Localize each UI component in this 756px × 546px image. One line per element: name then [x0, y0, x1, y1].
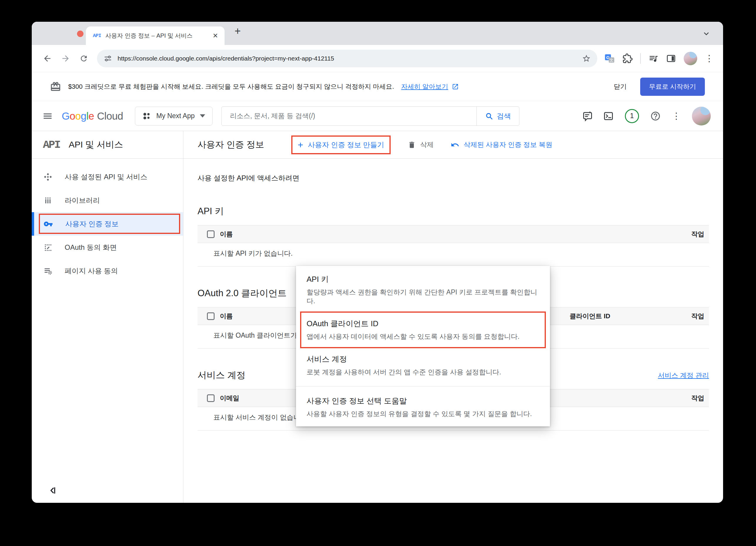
tab-bar: API 사용자 인증 정보 – API 및 서비스 ✕ +: [32, 22, 723, 45]
side-panel-icon[interactable]: [666, 53, 676, 63]
gemini-chat-icon[interactable]: [581, 111, 592, 121]
toolbar-separator: [640, 53, 641, 64]
svg-text:文: 文: [610, 58, 614, 62]
column-client-id: 클라이언트 ID: [570, 312, 682, 321]
menu-item-title: 사용자 인증 정보 선택 도움말: [307, 396, 539, 406]
dashboard-diamonds-icon: [44, 172, 52, 181]
delete-label: 삭제: [420, 140, 434, 149]
address-bar[interactable]: https://console.cloud.google.com/apis/cr…: [97, 50, 597, 67]
browser-window: API 사용자 인증 정보 – API 및 서비스 ✕ +: [32, 22, 723, 503]
column-actions: 작업: [682, 312, 709, 321]
gift-icon: [50, 81, 61, 92]
manage-service-accounts-link[interactable]: 서비스 계정 관리: [658, 371, 709, 380]
sidebar-item-oauth-consent[interactable]: OAuth 동의 화면: [32, 236, 183, 259]
table-header-row: 이름 작업: [198, 225, 709, 243]
menu-item-api-key[interactable]: API 키 할당량과 액세스 권한을 확인하기 위해 간단한 API 키로 프로…: [296, 268, 550, 312]
sidebar-item-page-usage[interactable]: 페이지 사용 동의: [32, 259, 183, 283]
key-icon: [44, 219, 53, 229]
logo-cloud-text: Cloud: [97, 110, 123, 122]
logo-letter: g: [81, 110, 86, 122]
api-keys-title: API 키: [198, 205, 709, 217]
banner-dismiss-button[interactable]: 닫기: [614, 82, 627, 91]
media-controls-icon[interactable]: [648, 53, 658, 63]
project-hexagons-icon: [142, 112, 151, 120]
tab-close-icon[interactable]: ✕: [212, 32, 219, 40]
usage-agreements-icon: [44, 267, 52, 275]
url-text: https://console.cloud.google.com/apis/cr…: [118, 55, 577, 62]
google-cloud-logo[interactable]: G o o g l e Cloud: [62, 110, 123, 122]
start-free-button[interactable]: 무료로 시작하기: [640, 78, 705, 96]
chevron-down-icon: [200, 114, 205, 118]
learn-more-link[interactable]: 자세히 알아보기: [401, 82, 448, 91]
search-input[interactable]: [222, 112, 476, 120]
browser-tab[interactable]: API 사용자 인증 정보 – API 및 서비스 ✕: [86, 26, 225, 45]
sidebar-item-enabled-apis[interactable]: 사용 설정된 API 및 서비스: [32, 165, 183, 189]
new-tab-button[interactable]: +: [235, 26, 241, 36]
search-button-label: 검색: [497, 111, 511, 121]
create-credentials-label: 사용자 인증 정보 만들기: [308, 140, 384, 150]
back-button[interactable]: [39, 51, 55, 66]
plus-icon: +: [298, 140, 303, 150]
create-credentials-button[interactable]: + 사용자 인증 정보 만들기: [292, 137, 390, 153]
translate-icon[interactable]: G文: [604, 53, 615, 64]
select-all-checkbox[interactable]: [207, 394, 215, 402]
notifications-badge[interactable]: 1: [625, 109, 639, 123]
bookmark-star-icon[interactable]: [582, 54, 591, 63]
menu-item-oauth-client-id[interactable]: OAuth 클라이언트 ID 앱에서 사용자 데이터에 액세스할 수 있도록 사…: [296, 312, 550, 348]
trash-icon: [408, 141, 416, 149]
window-close-button[interactable]: [77, 31, 83, 37]
sidebar-item-label: 페이지 사용 동의: [65, 266, 118, 276]
select-all-checkbox[interactable]: [207, 312, 215, 320]
restore-credentials-link[interactable]: 삭제된 사용자 인증 정보 복원: [451, 140, 552, 149]
extensions-icon[interactable]: [623, 53, 633, 63]
column-name: 이름: [220, 230, 682, 239]
console-overflow-icon[interactable]: ⋮: [672, 112, 681, 120]
trial-message: $300 크레딧으로 무료 체험판을 시작해 보세요. 크레딧을 모두 사용해도…: [68, 82, 394, 91]
menu-item-service-account[interactable]: 서비스 계정 로봇 계정을 사용하여 서버 간의 앱 수준 인증을 사용 설정합…: [296, 348, 550, 383]
annotation-box-oauth-client: [300, 311, 546, 348]
cloud-shell-icon[interactable]: [603, 111, 614, 121]
tab-title: 사용자 인증 정보 – API 및 서비스: [106, 32, 207, 40]
reload-button[interactable]: [76, 51, 92, 66]
menu-item-desc: 앱에서 사용자 데이터에 액세스할 수 있도록 사용자 동의를 요청합니다.: [307, 332, 539, 341]
project-selector[interactable]: My Next App: [135, 107, 213, 125]
annotation-box-create-button: + 사용자 인증 정보 만들기: [291, 135, 391, 154]
api-favicon-icon: API: [93, 33, 101, 38]
undo-icon: [451, 140, 459, 149]
console-search-bar: 검색: [221, 106, 519, 126]
menu-divider: [296, 386, 550, 386]
delete-button[interactable]: 삭제: [408, 140, 434, 149]
browser-menu-icon[interactable]: ⋮: [705, 54, 714, 63]
menu-item-desc: 할당량과 액세스 권한을 확인하기 위해 간단한 API 키로 프로젝트를 확인…: [307, 288, 539, 306]
collapse-sidebar-icon[interactable]: [48, 486, 58, 495]
hamburger-menu-icon[interactable]: [42, 111, 53, 121]
api-keys-table: 이름 작업 표시할 API 키가 없습니다.: [198, 225, 709, 267]
create-credentials-menu: API 키 할당량과 액세스 권한을 확인하기 위해 간단한 API 키로 프로…: [296, 266, 550, 426]
logo-letter: e: [88, 110, 94, 122]
browser-toolbar: https://console.cloud.google.com/apis/cr…: [32, 45, 723, 72]
menu-item-credentials-helper[interactable]: 사용자 인증 정보 선택 도움말 사용할 사용자 인증 정보의 유형을 결정할 …: [296, 389, 550, 425]
desktop-background: API 사용자 인증 정보 – API 및 서비스 ✕ +: [0, 0, 756, 546]
sidebar-item-credentials[interactable]: 사용자 인증 정보: [32, 212, 183, 236]
page-title: 사용자 인증 정보: [198, 139, 264, 151]
account-avatar[interactable]: [692, 107, 711, 125]
search-button[interactable]: 검색: [476, 107, 519, 125]
browser-profile-avatar[interactable]: [684, 52, 697, 65]
tab-list-chevron-icon[interactable]: [703, 30, 710, 38]
library-icon: [44, 196, 52, 205]
menu-item-desc: 사용할 사용자 인증 정보의 유형을 결정할 수 있도록 몇 가지 질문을 합니…: [307, 410, 539, 418]
sidebar-item-label: OAuth 동의 화면: [65, 243, 117, 252]
checkbox-cell: [198, 394, 220, 402]
sidebar-item-label: 사용 설정된 API 및 서비스: [65, 172, 147, 182]
site-settings-icon[interactable]: [103, 54, 112, 63]
sidebar-item-library[interactable]: 라이브러리: [32, 189, 183, 212]
cloud-console-header: G o o g l e Cloud My Next App 검색: [32, 101, 723, 131]
help-icon[interactable]: [650, 111, 661, 121]
logo-letter: o: [75, 110, 81, 122]
menu-item-title: 서비스 계정: [307, 354, 539, 364]
notification-count: 1: [630, 112, 634, 120]
select-all-checkbox[interactable]: [207, 230, 215, 238]
forward-button[interactable]: [58, 51, 73, 66]
sidebar-item-label: 라이브러리: [65, 196, 100, 205]
content-area: API API 및 서비스 사용 설정된 API 및 서비스 라이브러리: [32, 131, 723, 503]
